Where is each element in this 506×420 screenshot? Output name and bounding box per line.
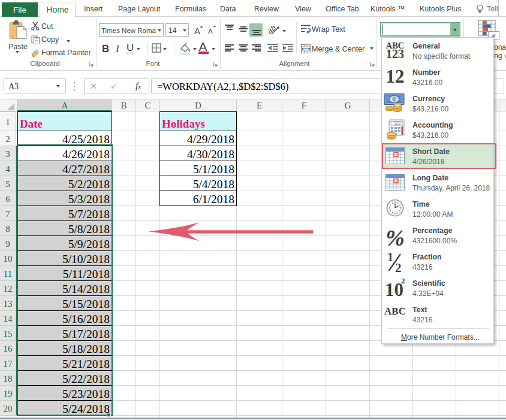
- svg-text:2: 2: [401, 276, 405, 285]
- svg-text:123: 123: [394, 121, 400, 125]
- svg-text:1: 1: [387, 252, 393, 264]
- svg-text:2: 2: [395, 261, 402, 273]
